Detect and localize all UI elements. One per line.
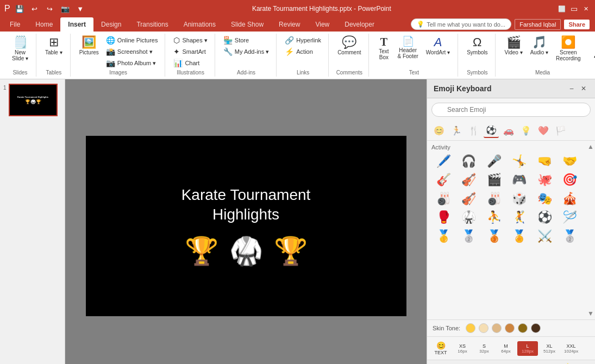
scroll-down-button[interactable]: ▼ (587, 310, 594, 317)
emoji-item[interactable]: 🎳 (482, 190, 506, 208)
emoji-item[interactable]: 🎬 (482, 171, 506, 189)
size-l-button[interactable]: L 128px (517, 341, 538, 356)
ribbon-collapse-button[interactable]: ▲ (591, 34, 595, 77)
emoji-item[interactable]: 🎭 (533, 190, 557, 208)
hyperlink-button[interactable]: 🔗 Hyperlink (282, 35, 324, 46)
chart-button[interactable]: 📊 Chart (171, 58, 210, 68)
emoji-item[interactable]: ⛹️ (482, 209, 506, 226)
online-pictures-button[interactable]: 🌐 Online Pictures (103, 35, 161, 46)
tab-design[interactable]: Design (93, 17, 129, 32)
close-button[interactable]: ✕ (581, 4, 591, 14)
tab-view[interactable]: View (308, 17, 337, 32)
emoji-item[interactable]: 🤾 (508, 209, 532, 226)
slide-thumbnail[interactable]: Karate Tournament Highlights 🏆🥋🏆 (9, 84, 58, 116)
my-addins-button[interactable]: 🔧 My Add-ins ▾ (221, 46, 272, 57)
qat-screenshot[interactable]: 📷 (59, 3, 71, 15)
emoji-item[interactable]: 🎯 (558, 171, 583, 189)
wordart-button[interactable]: A WordArt ▾ (423, 35, 453, 57)
textbox-button[interactable]: T TextBox (374, 35, 393, 62)
emoji-item[interactable]: 🥋 (457, 209, 481, 226)
screen-recording-button[interactable]: ⏺️ ScreenRecording (553, 35, 584, 63)
emoji-item[interactable]: 🏅 (508, 228, 532, 245)
emoji-item[interactable]: ⚽ (533, 209, 557, 226)
emoji-item[interactable]: 🥉 (482, 228, 506, 245)
store-button[interactable]: 🏪 Store (221, 35, 272, 46)
size-m-button[interactable]: M 64px (496, 341, 516, 356)
emoji-item[interactable]: 🎳 (431, 190, 456, 208)
emoji-search-input[interactable] (431, 103, 591, 117)
user-button[interactable]: Farshad Iqbal (515, 19, 561, 30)
skin-tone-medium-light[interactable] (492, 323, 502, 333)
qat-undo[interactable]: ↩ (29, 3, 41, 15)
photo-album-button[interactable]: 📷 Photo Album ▾ (103, 58, 161, 68)
skin-tone-medium[interactable] (505, 323, 515, 333)
share-button[interactable]: Share (564, 20, 590, 29)
emoji-item[interactable]: 🥈 (457, 228, 481, 245)
comment-button[interactable]: 💬 Comment (334, 35, 364, 57)
emoji-panel-minimize[interactable]: – (567, 84, 577, 93)
skin-tone-medium-dark[interactable] (518, 323, 528, 333)
emoji-item[interactable]: 🎮 (508, 171, 532, 189)
cat-activity[interactable]: ⚽ (484, 123, 499, 138)
emoji-item[interactable]: 🪡 (558, 209, 583, 226)
emoji-item[interactable]: 🤜 (533, 153, 557, 170)
qat-dropdown[interactable]: ▼ (74, 3, 86, 15)
emoji-scroll[interactable]: Activity 🖊️ 🎧 🎤 🤸 🤜 🤝 🎸 🎻 🎬 🎮 🐙 🎯 🎳 🎻 (427, 141, 586, 319)
header-footer-button[interactable]: 📄 Header& Footer (394, 35, 421, 61)
tab-developer[interactable]: Developer (337, 17, 382, 32)
tab-file[interactable]: File (2, 17, 28, 32)
size-s-button[interactable]: S 32px (474, 341, 494, 356)
emoji-item[interactable]: ⚔️ (533, 228, 557, 245)
minimize-button[interactable]: ⬜ (557, 4, 567, 14)
qat-save[interactable]: 💾 (14, 3, 26, 15)
emoji-panel-close[interactable]: ✕ (579, 84, 588, 93)
emoji-item[interactable]: 🎪 (558, 190, 583, 208)
emoji-item[interactable]: 🤝 (558, 153, 583, 170)
skin-tone-dark[interactable] (531, 323, 541, 333)
tell-me-input[interactable]: 💡 Tell me what you want to do... (411, 18, 511, 30)
skin-tone-light[interactable] (479, 323, 488, 333)
cat-symbols[interactable]: ❤️ (536, 124, 551, 137)
maximize-button[interactable]: ▭ (569, 4, 579, 14)
emoji-item[interactable]: 🎸 (431, 171, 456, 189)
smartart-button[interactable]: ✦ SmartArt (171, 46, 210, 57)
qat-redo[interactable]: ↪ (44, 3, 56, 15)
scroll-up-button[interactable]: ▲ (587, 143, 594, 150)
emoji-item[interactable]: 🎧 (457, 153, 481, 170)
emoji-item[interactable]: 🎤 (482, 153, 506, 170)
emoji-item[interactable]: 🐙 (533, 171, 557, 189)
video-button[interactable]: 🎬 Video ▾ (501, 35, 525, 57)
size-xl-button[interactable]: XL 512px (539, 341, 560, 356)
emoji-item[interactable]: 🥊 (431, 209, 456, 226)
pictures-button[interactable]: 🖼️ Pictures (76, 35, 102, 57)
cat-food[interactable]: 🍴 (466, 124, 481, 137)
tab-home[interactable]: Home (28, 17, 60, 32)
emoji-item[interactable]: 🤸 (508, 153, 532, 170)
tab-review[interactable]: Review (271, 17, 308, 32)
cat-objects[interactable]: 💡 (518, 124, 534, 137)
canvas-area[interactable]: Karate TournamentHighlights 🏆 🥋 🏆 (65, 79, 427, 364)
emoji-item[interactable]: 🖊️ (431, 153, 456, 170)
tab-slideshow[interactable]: Slide Show (223, 17, 271, 32)
size-xxl-button[interactable]: XXL 1024px (561, 341, 581, 356)
audio-button[interactable]: 🎵 Audio ▾ (527, 35, 552, 57)
screenshot-button[interactable]: 📸 Screenshot ▾ (103, 46, 161, 57)
action-button[interactable]: ⚡ Action (282, 46, 324, 57)
emoji-item[interactable]: 🥈 (558, 228, 583, 245)
cat-travel[interactable]: 🚗 (501, 124, 516, 137)
shapes-button[interactable]: ⬡ Shapes ▾ (171, 35, 210, 46)
tab-insert[interactable]: Insert (60, 17, 93, 32)
emoji-item[interactable]: 🎻 (457, 190, 481, 208)
emoji-item[interactable]: 🎲 (508, 190, 532, 208)
tab-animations[interactable]: Animations (176, 17, 223, 32)
cat-smileys[interactable]: 😊 (431, 124, 447, 137)
size-xs-button[interactable]: XS 16px (452, 341, 473, 356)
size-text-button[interactable]: 😊 TEXT (430, 339, 451, 357)
cat-people[interactable]: 🏃 (449, 124, 464, 137)
symbols-button[interactable]: Ω Symbols (464, 35, 491, 57)
new-slide-button[interactable]: 🗒️ NewSlide ▾ (9, 35, 32, 63)
skin-tone-yellow[interactable] (466, 323, 475, 333)
emoji-item[interactable]: 🥇 (431, 228, 456, 245)
emoji-item[interactable]: 🎻 (457, 171, 481, 189)
tab-transitions[interactable]: Transitions (129, 17, 176, 32)
